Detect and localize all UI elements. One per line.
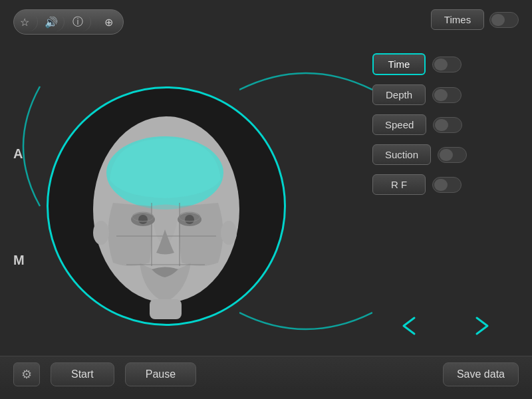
info-icon[interactable]: ⓘ	[72, 13, 91, 31]
toolbar-pill: ☆ 🔊 ⓘ ⊕	[13, 9, 124, 35]
rf-toggle[interactable]	[432, 177, 462, 193]
times-section: Times	[431, 9, 519, 30]
start-button[interactable]: Start	[51, 362, 114, 386]
param-row-rf: R F	[372, 174, 519, 195]
settings-button[interactable]: ⚙	[13, 362, 40, 386]
chevron-row	[372, 313, 519, 339]
times-button[interactable]: Times	[431, 9, 484, 30]
svg-point-9	[185, 215, 194, 224]
settings-icon: ⚙	[21, 367, 32, 382]
svg-rect-14	[150, 299, 182, 319]
add-icon[interactable]: ⊕	[99, 13, 118, 31]
svg-point-8	[138, 215, 148, 224]
time-button[interactable]: Time	[372, 53, 426, 75]
toolbar: ☆ 🔊 ⓘ ⊕	[13, 9, 124, 35]
chevron-up-btn[interactable]	[469, 306, 495, 346]
time-toggle[interactable]	[432, 57, 462, 72]
svg-point-13	[221, 221, 237, 245]
param-row-suction: Suction	[372, 144, 519, 165]
param-row-speed: Speed	[372, 114, 519, 135]
speed-toggle[interactable]	[433, 117, 462, 133]
label-m: M	[13, 253, 25, 268]
chevron-down-btn[interactable]	[396, 306, 422, 346]
face-model	[53, 93, 279, 319]
param-row-depth: Depth	[372, 84, 519, 105]
suction-toggle[interactable]	[438, 147, 467, 163]
depth-toggle[interactable]	[432, 87, 462, 103]
svg-point-12	[93, 221, 109, 245]
param-row-time: Time	[372, 53, 519, 75]
pause-button[interactable]: Pause	[125, 362, 196, 386]
save-data-button[interactable]: Save data	[443, 362, 519, 386]
label-a: A	[13, 146, 23, 162]
times-toggle[interactable]	[489, 12, 519, 28]
volume-icon[interactable]: 🔊	[46, 13, 65, 31]
bottom-bar: ⚙ Start Pause Save data	[0, 356, 532, 392]
suction-button[interactable]: Suction	[372, 144, 431, 165]
face-circle	[47, 86, 286, 326]
speed-button[interactable]: Speed	[372, 114, 426, 135]
rf-button[interactable]: R F	[372, 174, 426, 195]
star-icon[interactable]: ☆	[19, 13, 38, 31]
depth-button[interactable]: Depth	[372, 84, 426, 105]
right-panel: Time Depth Speed Suction R F	[372, 53, 519, 195]
face-container	[40, 53, 293, 359]
